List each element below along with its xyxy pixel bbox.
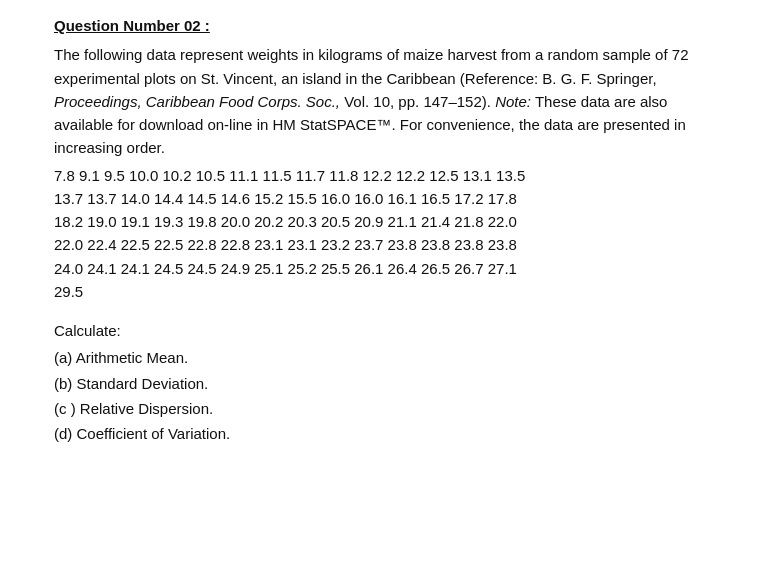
data-row-5: 24.0 24.1 24.1 24.5 24.5 24.9 25.1 25.2 …: [54, 257, 724, 280]
calc-item-a: (a) Arithmetic Mean.: [54, 346, 724, 369]
description-paragraph: The following data represent weights in …: [54, 43, 724, 159]
data-row-6: 29.5: [54, 280, 724, 303]
data-row-2: 13.7 13.7 14.0 14.4 14.5 14.6 15.2 15.5 …: [54, 187, 724, 210]
calc-item-d: (d) Coefficient of Variation.: [54, 422, 724, 445]
note-label: Note:: [495, 93, 531, 110]
desc-text-2: Vol. 10, pp. 147–152).: [340, 93, 495, 110]
data-row-4: 22.0 22.4 22.5 22.5 22.8 22.8 23.1 23.1 …: [54, 233, 724, 256]
calc-item-c: (c ) Relative Dispersion.: [54, 397, 724, 420]
calculate-label: Calculate:: [54, 319, 724, 342]
calculate-section: Calculate: (a) Arithmetic Mean. (b) Stan…: [54, 319, 724, 445]
desc-text-1: The following data represent weights in …: [54, 46, 688, 86]
data-row-1: 7.8 9.1 9.5 10.0 10.2 10.5 11.1 11.5 11.…: [54, 164, 724, 187]
question-title: Question Number 02 :: [54, 14, 724, 37]
journal-name: Proceedings, Caribbean Food Corps. Soc.,: [54, 93, 340, 110]
data-row-3: 18.2 19.0 19.1 19.3 19.8 20.0 20.2 20.3 …: [54, 210, 724, 233]
calc-item-b: (b) Standard Deviation.: [54, 372, 724, 395]
data-section: 7.8 9.1 9.5 10.0 10.2 10.5 11.1 11.5 11.…: [54, 164, 724, 304]
